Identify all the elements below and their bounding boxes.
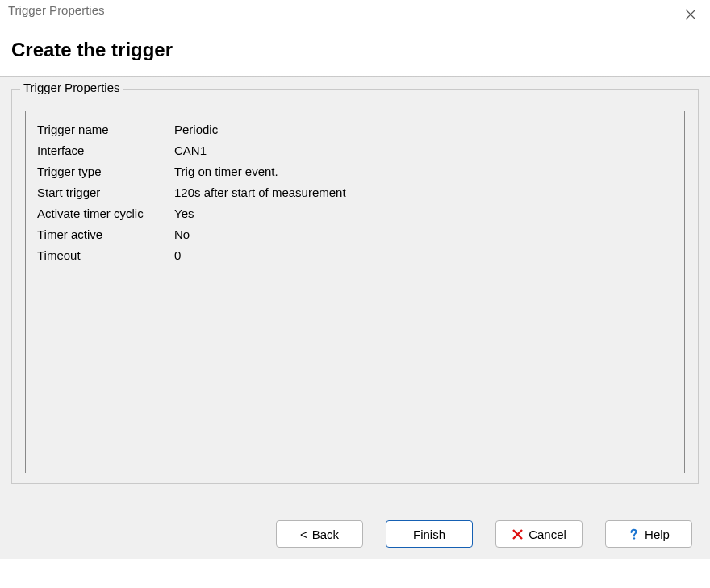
property-row: Start trigger 120s after start of measur… xyxy=(37,182,673,203)
title-bar: Trigger Properties xyxy=(0,0,710,27)
property-value: CAN1 xyxy=(174,140,673,161)
finish-button-label: Finish xyxy=(413,528,445,541)
property-label: Trigger type xyxy=(37,161,174,182)
property-row: Trigger name Periodic xyxy=(37,119,673,140)
property-row: Timeout 0 xyxy=(37,245,673,266)
finish-button[interactable]: Finish xyxy=(386,520,473,548)
wizard-button-row: < Back Finish Cancel Help xyxy=(0,509,710,559)
property-value: Trig on timer event. xyxy=(174,161,673,182)
property-row: Trigger type Trig on timer event. xyxy=(37,161,673,182)
cancel-button[interactable]: Cancel xyxy=(495,520,583,548)
wizard-body: Trigger Properties Trigger name Periodic… xyxy=(0,77,710,509)
property-label: Start trigger xyxy=(37,182,174,203)
properties-panel: Trigger name Periodic Interface CAN1 Tri… xyxy=(25,111,685,473)
page-title: Create the trigger xyxy=(11,39,699,61)
window-title: Trigger Properties xyxy=(8,3,105,17)
cancel-button-label: Cancel xyxy=(528,528,566,541)
property-label: Trigger name xyxy=(37,119,174,140)
property-value: Yes xyxy=(174,203,673,224)
back-button-prefix: < xyxy=(300,528,307,541)
close-button[interactable] xyxy=(679,3,702,26)
property-label: Activate timer cyclic xyxy=(37,203,174,224)
property-value: No xyxy=(174,224,673,245)
property-value: 0 xyxy=(174,245,673,266)
property-label: Timeout xyxy=(37,245,174,266)
property-value: Periodic xyxy=(174,119,673,140)
svg-point-0 xyxy=(633,537,635,539)
wizard-header: Create the trigger xyxy=(0,27,710,76)
help-button[interactable]: Help xyxy=(605,520,692,548)
back-button-label: Back xyxy=(312,528,339,541)
property-value: 120s after start of measurement xyxy=(174,182,673,203)
property-row: Interface CAN1 xyxy=(37,140,673,161)
property-row: Activate timer cyclic Yes xyxy=(37,203,673,224)
help-button-label: Help xyxy=(645,528,670,541)
close-icon xyxy=(685,9,696,20)
property-label: Interface xyxy=(37,140,174,161)
back-button[interactable]: < Back xyxy=(276,520,363,548)
property-label: Timer active xyxy=(37,224,174,245)
cancel-icon xyxy=(512,528,524,540)
property-row: Timer active No xyxy=(37,224,673,245)
groupbox-legend: Trigger Properties xyxy=(20,81,123,94)
help-icon xyxy=(628,528,640,540)
trigger-properties-group: Trigger Properties Trigger name Periodic… xyxy=(11,89,699,484)
